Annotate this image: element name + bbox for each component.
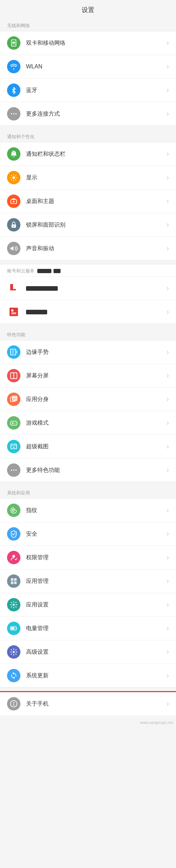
- security-chevron: [166, 530, 169, 538]
- item-battery[interactable]: 电量管理: [0, 617, 176, 640]
- more-feat-icon: [7, 463, 20, 477]
- svg-point-3: [13, 44, 14, 45]
- item-appclone[interactable]: 应用分身: [0, 388, 176, 411]
- svg-point-4: [14, 44, 15, 45]
- about-icon: [7, 697, 20, 710]
- item-splitscreen[interactable]: 屏幕分屏: [0, 364, 176, 388]
- section-header-features: 特色功能: [0, 327, 176, 340]
- svg-rect-19: [10, 308, 18, 316]
- game-label: 游戏模式: [26, 419, 166, 427]
- desktop-chevron: [166, 197, 169, 205]
- simcard-label: 双卡和移动网络: [26, 39, 166, 47]
- item-bluetooth[interactable]: 蓝牙: [0, 79, 176, 102]
- item-fingerprint[interactable]: 指纹: [0, 499, 176, 522]
- svg-point-15: [13, 226, 14, 227]
- item-lockscreen[interactable]: 锁屏和面部识别: [0, 213, 176, 237]
- display-icon: [7, 171, 20, 184]
- svg-point-48: [13, 604, 15, 606]
- item-notification-bar[interactable]: 通知栏和状态栏: [0, 142, 176, 166]
- account-header-row: 账号和云服务: [0, 264, 176, 277]
- more-connect-icon: [7, 107, 20, 121]
- item-appsettings[interactable]: 应用设置: [0, 593, 176, 617]
- item-edge[interactable]: 边缘手势: [0, 340, 176, 364]
- splitscreen-icon: [7, 369, 20, 382]
- battery-icon: [7, 622, 20, 635]
- svg-point-13: [13, 201, 15, 203]
- svg-point-10: [15, 113, 17, 115]
- account-header-blur2: [54, 269, 61, 273]
- account1-icon: [7, 282, 20, 295]
- edge-label: 边缘手势: [26, 349, 166, 356]
- account1-blur: [26, 286, 58, 291]
- item-permission[interactable]: 权限管理: [0, 546, 176, 570]
- svg-point-9: [13, 113, 14, 115]
- svg-rect-45: [14, 578, 17, 581]
- svg-rect-44: [11, 578, 13, 581]
- more-feat-chevron: [166, 466, 169, 474]
- svg-point-41: [15, 469, 17, 471]
- fingerprint-label: 指纹: [26, 507, 166, 514]
- item-account1[interactable]: [0, 277, 176, 300]
- account-header-blur1: [37, 269, 51, 273]
- svg-point-2: [12, 44, 13, 45]
- svg-point-36: [15, 423, 16, 424]
- battery-chevron: [166, 624, 169, 632]
- appmanage-label: 应用管理: [26, 578, 166, 585]
- edge-icon: [7, 345, 20, 359]
- item-more-connect[interactable]: 更多连接方式: [0, 102, 176, 125]
- item-screenshot[interactable]: 超级截图: [0, 435, 176, 458]
- svg-rect-16: [7, 282, 20, 295]
- item-game[interactable]: 游戏模式: [0, 411, 176, 435]
- item-about[interactable]: 关于手机: [0, 692, 176, 715]
- item-advanced[interactable]: 高级设置: [0, 640, 176, 664]
- page-title: 设置: [0, 0, 176, 18]
- svg-rect-20: [11, 309, 13, 312]
- svg-point-35: [14, 423, 15, 423]
- item-sound[interactable]: 声音和振动: [0, 237, 176, 260]
- svg-point-8: [11, 113, 12, 115]
- item-wlan[interactable]: WLAN: [0, 55, 176, 79]
- svg-point-40: [13, 469, 14, 471]
- account2-chevron: [166, 308, 169, 316]
- svg-rect-47: [14, 581, 17, 584]
- item-update[interactable]: 系统更新: [0, 664, 176, 687]
- bluetooth-label: 蓝牙: [26, 87, 166, 94]
- advanced-chevron: [166, 648, 169, 656]
- account2-icon: [7, 305, 20, 319]
- permission-chevron: [166, 554, 169, 561]
- section-account: 账号和云服务: [0, 264, 176, 324]
- security-label: 安全: [26, 530, 166, 538]
- item-security[interactable]: 安全: [0, 522, 176, 546]
- svg-point-39: [11, 469, 12, 471]
- desktop-icon: [7, 195, 20, 208]
- svg-rect-11: [12, 152, 15, 153]
- account-header-text: 账号和云服务: [7, 268, 34, 274]
- item-more-feat[interactable]: 更多特色功能: [0, 458, 176, 482]
- splitscreen-label: 屏幕分屏: [26, 372, 166, 380]
- item-display[interactable]: 显示: [0, 166, 176, 190]
- wifi-icon: [7, 60, 20, 73]
- section-header-notification: 通知和个性化: [0, 129, 176, 142]
- bluetooth-icon: [7, 84, 20, 97]
- sound-chevron: [166, 245, 169, 252]
- game-icon: [7, 416, 20, 430]
- wlan-label: WLAN: [26, 63, 166, 70]
- lockscreen-icon: [7, 218, 20, 232]
- item-simcard[interactable]: 双卡和移动网络: [0, 31, 176, 55]
- svg-point-38: [13, 447, 14, 448]
- screenshot-chevron: [166, 443, 169, 450]
- splitscreen-chevron: [166, 372, 169, 380]
- svg-rect-30: [12, 396, 17, 401]
- fingerprint-chevron: [166, 506, 169, 514]
- appmanage-icon: [7, 574, 20, 588]
- screenshot-icon: [7, 440, 20, 453]
- item-appmanage[interactable]: 应用管理: [0, 570, 176, 593]
- item-desktop[interactable]: 桌面和主题: [0, 190, 176, 213]
- item-account2[interactable]: [0, 300, 176, 324]
- advanced-label: 高级设置: [26, 648, 166, 656]
- svg-point-43: [12, 555, 15, 558]
- account1-chevron: [166, 284, 169, 292]
- appclone-label: 应用分身: [26, 396, 166, 403]
- section-features: 边缘手势 屏幕分屏 应用分身 游戏模式 超级截图 更多特色功能: [0, 340, 176, 482]
- sound-label: 声音和振动: [26, 245, 166, 252]
